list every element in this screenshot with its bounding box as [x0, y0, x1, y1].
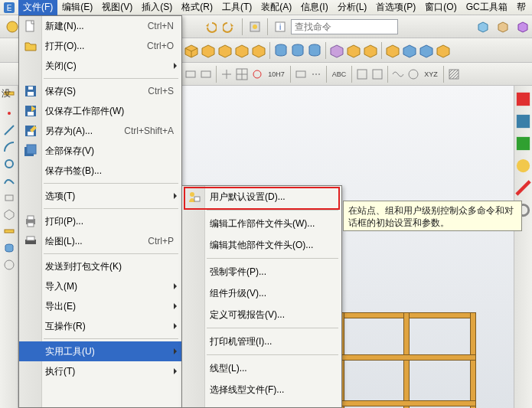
box-icon[interactable] — [436, 43, 451, 58]
submenuitem[interactable]: 编辑工作部件文件头(W)... — [182, 213, 341, 234]
menuitem-p[interactable]: 打印(P)... — [19, 211, 181, 231]
box-icon[interactable] — [329, 43, 344, 58]
plus-icon[interactable] — [220, 67, 233, 81]
cylinder-icon[interactable] — [3, 242, 15, 254]
arc-icon[interactable] — [3, 141, 15, 153]
box-icon[interactable] — [201, 43, 216, 58]
line-icon[interactable] — [3, 124, 15, 136]
menu-view[interactable]: 视图(V) — [97, 0, 137, 15]
search-input[interactable] — [291, 19, 398, 34]
menu-edit[interactable]: 编辑(E) — [57, 0, 97, 15]
box-icon[interactable] — [385, 43, 400, 58]
saveonly-icon — [24, 104, 38, 118]
menuitem-e[interactable]: 导出(E) — [19, 296, 181, 316]
menuitem-s[interactable]: 保存(S)Ctrl+S — [19, 81, 181, 101]
curve-icon[interactable] — [3, 175, 15, 187]
box-icon[interactable] — [217, 43, 233, 58]
menu-help[interactable]: 帮 — [512, 0, 530, 15]
rect-icon[interactable] — [199, 67, 213, 81]
menuitem-c[interactable]: 关闭(C) — [19, 56, 181, 76]
menuitem-k[interactable]: 发送到打包文件(K) — [19, 256, 181, 276]
box-icon[interactable] — [346, 43, 361, 58]
rect-icon[interactable] — [184, 67, 197, 81]
redo-icon[interactable] — [220, 18, 239, 36]
xyz-label[interactable]: XYZ — [422, 67, 440, 81]
submenuitem[interactable]: 线型(L)... — [182, 357, 341, 379]
svg-rect-11 — [201, 71, 211, 77]
svg-text:i: i — [279, 23, 281, 31]
box-icon[interactable] — [251, 43, 266, 58]
circle-icon[interactable] — [250, 67, 264, 81]
info-icon[interactable]: i — [271, 18, 289, 36]
menu-insert[interactable]: 插入(S) — [137, 0, 177, 15]
nav-icon[interactable] — [514, 179, 532, 197]
rect-icon[interactable] — [370, 67, 384, 81]
utilities-submenu: 用户默认设置(D)...编辑工作部件文件头(W)...编辑其他部件文件头(O).… — [181, 185, 342, 408]
rect-icon[interactable] — [3, 191, 15, 204]
open-icon — [24, 39, 38, 53]
menu-info[interactable]: 信息(I) — [296, 0, 332, 15]
rect-icon[interactable] — [294, 67, 308, 81]
submenuitem[interactable]: 选择线型文件(F)... — [182, 379, 341, 400]
menuitem-r[interactable]: 互操作(R) — [19, 316, 181, 336]
box-icon[interactable] — [234, 43, 250, 58]
cube3-icon[interactable] — [514, 18, 532, 36]
submenuitem[interactable]: 打印机管理(I)... — [182, 331, 341, 352]
menuitem-a[interactable]: 另存为(A)...Ctrl+Shift+A — [19, 121, 181, 141]
undo-icon[interactable] — [201, 18, 219, 36]
tool-icon[interactable] — [3, 259, 15, 271]
abc-label[interactable]: ABC — [330, 67, 348, 81]
circle-icon[interactable] — [3, 158, 15, 170]
cube2-icon[interactable] — [494, 18, 512, 36]
submenuitem[interactable]: 强制零件(P)... — [182, 261, 341, 282]
submenuitem[interactable]: 组件升级(V)... — [182, 282, 341, 304]
cube1-icon[interactable] — [474, 18, 492, 36]
svg-point-32 — [517, 159, 530, 172]
box-icon[interactable] — [419, 43, 434, 58]
menuitem-label: 仅保存工作部件(W) — [45, 105, 124, 118]
menuitem-u[interactable]: 实用工具(U) — [19, 341, 181, 361]
menuitem-v[interactable]: 全部保存(V) — [19, 141, 181, 161]
cylinder-icon[interactable] — [307, 43, 322, 58]
menu-assembly[interactable]: 装配(A) — [256, 0, 296, 15]
submenuitem[interactable]: 用户默认设置(D)... — [182, 186, 341, 207]
nav-icon[interactable] — [514, 157, 532, 175]
box-icon[interactable] — [363, 43, 378, 58]
menuitem-m[interactable]: 导入(M) — [19, 276, 181, 296]
cylinder-icon[interactable] — [273, 43, 289, 58]
nav-icon[interactable] — [514, 113, 532, 130]
menuitem-w[interactable]: 仅保存工作部件(W) — [19, 101, 181, 121]
menuitem-l[interactable]: 绘图(L)...Ctrl+P — [19, 231, 181, 251]
menu-analysis[interactable]: 分析(L) — [333, 0, 372, 15]
rect-icon[interactable] — [355, 67, 369, 81]
tool-icon[interactable] — [3, 225, 15, 237]
nav-icon[interactable] — [514, 90, 532, 108]
box-icon[interactable] — [402, 43, 417, 58]
menu-gctoolbox[interactable]: GC工具箱 — [462, 0, 512, 15]
wave-icon[interactable] — [391, 67, 405, 81]
hatch-icon[interactable] — [447, 67, 461, 81]
menuitem-t[interactable]: 执行(T) — [19, 361, 181, 381]
menuitem-n[interactable]: 新建(N)...Ctrl+N — [19, 16, 181, 36]
menu-window[interactable]: 窗口(O) — [420, 0, 461, 15]
nav-icon[interactable] — [514, 135, 532, 152]
circle-icon[interactable] — [406, 67, 420, 81]
menu-format[interactable]: 格式(R) — [177, 0, 217, 15]
submenuitem[interactable]: 编辑其他部件文件头(O)... — [182, 234, 341, 256]
cylinder-icon[interactable] — [290, 43, 305, 58]
cmd-icon[interactable] — [246, 18, 264, 36]
menu-preferences[interactable]: 首选项(P) — [371, 0, 420, 15]
menuitem-t[interactable]: 选项(T) — [19, 186, 181, 206]
file-menu-dropdown: 新建(N)...Ctrl+N打开(O)...Ctrl+O关闭(C)保存(S)Ct… — [18, 15, 182, 408]
submenuitem[interactable]: 定义可视报告(V)... — [182, 304, 341, 325]
menuitem-o[interactable]: 打开(O)...Ctrl+O — [19, 36, 181, 56]
box-icon[interactable] — [184, 43, 199, 58]
menuitem-b[interactable]: 保存书签(B)... — [19, 161, 181, 181]
point-icon[interactable] — [3, 107, 15, 119]
menu-file[interactable]: 文件(F) — [18, 0, 57, 15]
dots-icon[interactable] — [309, 67, 323, 81]
dim-10h7[interactable]: 10H7 — [266, 67, 287, 81]
menu-tools[interactable]: 工具(T) — [217, 0, 256, 15]
grid-icon[interactable] — [235, 67, 249, 81]
polygon-icon[interactable] — [3, 208, 15, 220]
